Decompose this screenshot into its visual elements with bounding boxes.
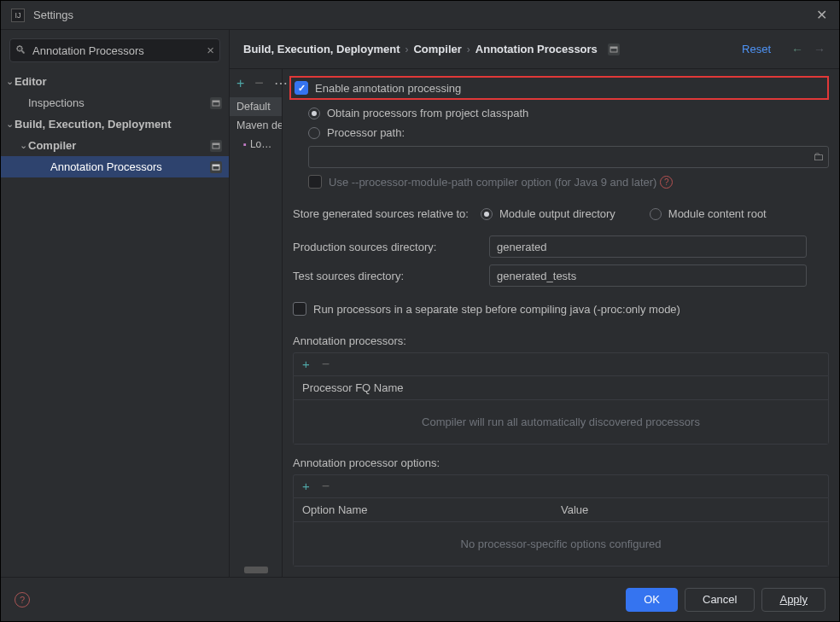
project-badge-icon <box>608 44 620 55</box>
profile-default[interactable]: Default <box>230 97 282 116</box>
radio-procpath-label: Processor path: <box>327 126 405 139</box>
help-icon[interactable]: ? <box>15 592 30 607</box>
radio-classpath-label: Obtain processors from project classpath <box>327 107 528 119</box>
back-icon[interactable]: ← <box>791 43 803 56</box>
app-icon: IJ <box>11 9 25 22</box>
radio-module-output-label: Module output directory <box>499 207 615 220</box>
close-icon[interactable]: ✕ <box>813 5 831 25</box>
cancel-button[interactable]: Cancel <box>685 588 755 612</box>
processors-table: Processor FQ Name Compiler will run all … <box>293 375 829 445</box>
svg-rect-1 <box>213 101 219 102</box>
module-path-checkbox <box>308 175 322 189</box>
project-badge-icon <box>210 161 222 173</box>
tree-item-compiler[interactable]: ⌄ Compiler <box>1 135 229 156</box>
enable-highlight: Enable annotation processing <box>289 76 829 100</box>
module-icon: ▪ <box>243 139 247 149</box>
form-pane: Enable annotation processing Obtain proc… <box>283 69 839 577</box>
remove-processor-icon: − <box>322 357 330 372</box>
processor-path-input[interactable] <box>308 146 829 168</box>
profile-maven[interactable]: Maven default ann… <box>230 116 282 135</box>
radio-module-output[interactable] <box>481 208 493 220</box>
radio-procpath[interactable] <box>308 127 320 139</box>
separate-step-checkbox[interactable] <box>293 302 306 316</box>
search-icon: 🔍︎ <box>15 44 26 56</box>
folder-icon[interactable]: 🗀 <box>813 150 824 163</box>
svg-rect-5 <box>213 165 219 166</box>
prod-dir-input[interactable] <box>489 235 807 258</box>
chevron-down-icon: ⌄ <box>6 119 14 130</box>
title-bar: IJ Settings ✕ <box>1 1 839 30</box>
options-col-value: Value <box>561 503 820 516</box>
tree-item-annotation-processors[interactable]: Annotation Processors <box>1 156 229 177</box>
chevron-down-icon: ⌄ <box>20 140 27 151</box>
enable-checkbox[interactable] <box>295 81 308 95</box>
help-icon[interactable]: ? <box>660 176 673 189</box>
ok-button[interactable]: OK <box>626 588 678 612</box>
breadcrumb: Build, Execution, Deployment › Compiler … <box>230 30 839 69</box>
apply-button[interactable]: Apply <box>761 588 825 612</box>
options-col-name: Option Name <box>302 503 561 516</box>
add-profile-icon[interactable]: + <box>236 76 244 91</box>
remove-option-icon: − <box>322 479 330 494</box>
processors-col-header: Processor FQ Name <box>302 381 820 394</box>
separate-step-label: Run processors in a separate step before… <box>313 303 680 316</box>
crumb-bed[interactable]: Build, Execution, Deployment <box>243 43 400 55</box>
remove-profile-icon: − <box>254 74 264 92</box>
module-path-label: Use --processor-module-path compiler opt… <box>329 176 656 189</box>
project-badge-icon <box>210 140 222 152</box>
tree-item-inspections[interactable]: Inspections <box>1 92 229 113</box>
crumb-compiler[interactable]: Compiler <box>413 43 461 55</box>
tree-item-editor[interactable]: ⌄ Editor <box>1 71 229 92</box>
chevron-right-icon: › <box>405 44 408 55</box>
radio-content-root[interactable] <box>650 208 662 220</box>
add-processor-icon[interactable]: + <box>302 357 310 372</box>
settings-tree: ⌄ Editor Inspections ⌄ Build, Execution,… <box>1 71 229 572</box>
processors-empty: Compiler will run all automatically disc… <box>294 400 828 444</box>
options-section-title: Annotation processor options: <box>293 456 829 469</box>
prod-label: Production sources directory: <box>293 241 489 253</box>
footer: ? OK Cancel Apply <box>1 577 839 621</box>
test-dir-input[interactable] <box>489 264 807 287</box>
options-empty: No processor-specific options configured <box>294 522 828 566</box>
chevron-down-icon: ⌄ <box>6 76 14 87</box>
svg-rect-3 <box>213 143 219 145</box>
radio-content-root-label: Module content root <box>668 207 767 220</box>
search-input[interactable] <box>9 38 220 62</box>
options-table: Option Name Value No processor-specific … <box>293 497 829 567</box>
resize-handle[interactable] <box>244 567 268 573</box>
ap-section-title: Annotation processors: <box>293 334 829 347</box>
radio-classpath[interactable] <box>308 108 320 119</box>
project-badge-icon <box>210 97 222 109</box>
crumb-ap: Annotation Processors <box>475 43 598 55</box>
add-option-icon[interactable]: + <box>302 479 310 494</box>
profiles-pane: + − ⋯ Default Maven default ann… ▪ Lo… <box>230 69 283 577</box>
chevron-right-icon: › <box>467 44 470 55</box>
clear-search-icon[interactable]: × <box>207 43 214 57</box>
enable-label: Enable annotation processing <box>315 82 461 95</box>
reset-link[interactable]: Reset <box>742 43 771 55</box>
svg-rect-7 <box>610 47 617 49</box>
profile-module[interactable]: ▪ Lo… <box>230 135 282 154</box>
tree-item-bed[interactable]: ⌄ Build, Execution, Deployment <box>1 113 229 135</box>
test-label: Test sources directory: <box>293 270 489 282</box>
store-label: Store generated sources relative to: <box>293 207 469 220</box>
sidebar: 🔍︎ × ⌄ Editor Inspections ⌄ Build, Execu… <box>1 30 230 577</box>
window-title: Settings <box>33 9 73 21</box>
forward-icon[interactable]: → <box>814 43 825 56</box>
